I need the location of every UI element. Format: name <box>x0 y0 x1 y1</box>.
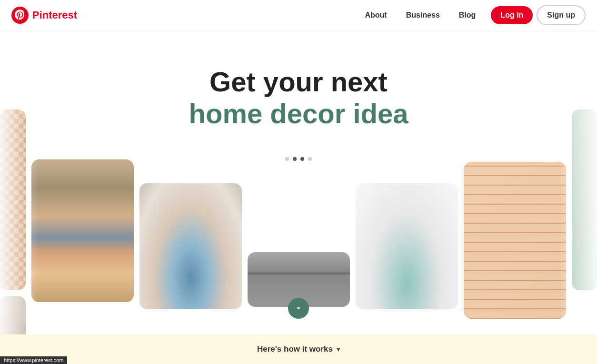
chevron-down-icon <box>294 304 303 313</box>
how-it-works-text: Here's how it works <box>257 344 333 354</box>
pinterest-logo-icon <box>11 7 29 24</box>
main-nav: About Business Blog Log in Sign up <box>357 5 586 25</box>
image-floral-stairs <box>464 162 566 319</box>
image-marble-sink <box>139 183 242 309</box>
image-bathroom-tub <box>356 183 458 309</box>
dot-1[interactable] <box>285 157 289 161</box>
nav-business[interactable]: Business <box>398 7 448 23</box>
scroll-down-button[interactable] <box>288 298 309 319</box>
image-mosaic-edge <box>0 109 26 290</box>
dot-4[interactable] <box>308 157 312 161</box>
how-it-works-button[interactable]: Here's how it works ▾ <box>257 344 340 354</box>
dot-3[interactable] <box>300 157 304 161</box>
nav-blog[interactable]: Blog <box>451 7 484 23</box>
site-header: Pinterest About Business Blog Log in Sig… <box>0 0 597 30</box>
hero-title-line2: home decor idea <box>189 97 408 130</box>
hero-title-line1: Get your next <box>189 67 408 97</box>
logo-text: Pinterest <box>32 9 77 21</box>
right-edge-image <box>572 109 597 290</box>
status-url: https://www.pinterest.com <box>4 357 63 363</box>
image-bedroom <box>31 159 134 302</box>
dot-2[interactable] <box>293 157 297 161</box>
logo[interactable]: Pinterest <box>11 7 77 24</box>
signup-button[interactable]: Sign up <box>537 5 586 25</box>
left-edge-group <box>0 109 26 364</box>
login-button[interactable]: Log in <box>491 6 533 24</box>
how-it-works-bar: Here's how it works ▾ <box>0 334 597 364</box>
hero-section: Get your next home decor idea <box>0 0 597 364</box>
image-collage <box>0 100 597 364</box>
carousel-dots <box>285 157 312 161</box>
browser-status-bar: https://www.pinterest.com <box>0 356 67 364</box>
hero-text-block: Get your next home decor idea <box>189 67 408 130</box>
nav-about[interactable]: About <box>357 7 394 23</box>
how-it-works-chevron-icon: ▾ <box>337 345 340 353</box>
